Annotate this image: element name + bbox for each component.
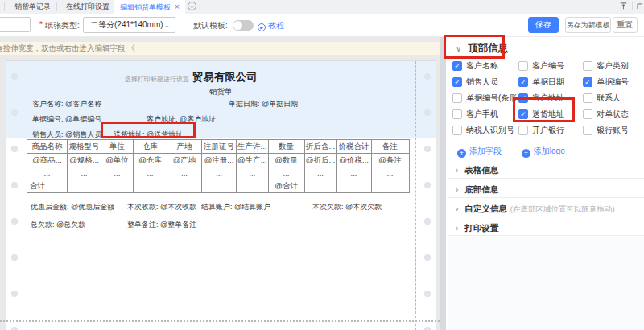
table-cell[interactable]: ... xyxy=(336,167,371,179)
table-cell[interactable]: ... xyxy=(167,167,202,179)
table-cell[interactable]: ... xyxy=(268,167,304,179)
footer-field[interactable]: 本次欠款: @本次欠款 xyxy=(312,202,382,212)
footer-field[interactable]: 结算账户: @结算账户 xyxy=(201,202,270,212)
paper-preview[interactable]: 选择打印标题进行设置 贸易有限公司 销货单 客户名称: @客户名称 单据日期: … xyxy=(6,61,436,330)
table-cell[interactable]: 折后含... xyxy=(304,140,336,154)
checkbox-客户类别[interactable]: 客户类别 xyxy=(583,58,644,74)
table-cell[interactable]: ... xyxy=(27,167,68,179)
checkbox-checked-icon[interactable]: ✓ xyxy=(452,61,462,71)
table-cell[interactable]: 生产许... xyxy=(237,140,269,154)
checkbox-客户名称[interactable]: ✓客户名称 xyxy=(452,58,518,74)
partial-icon[interactable] xyxy=(637,2,642,10)
table-cell[interactable] xyxy=(371,179,409,193)
save-as-new-template-button[interactable]: 另存为新模板 xyxy=(565,17,611,33)
tutorial-link[interactable]: ▶教程 xyxy=(258,20,284,31)
checkbox-纳税人识别号[interactable]: 纳税人识别号 xyxy=(452,122,518,138)
field-bill-no[interactable]: 单据编号: @单据编号 xyxy=(32,114,101,125)
scrollbar[interactable] xyxy=(440,37,446,330)
collapse-up-icon[interactable] xyxy=(619,2,628,10)
default-template-toggle[interactable] xyxy=(233,20,254,31)
table-cell[interactable]: @注册... xyxy=(202,154,237,167)
footer-field[interactable]: 整单备注: @整单备注 xyxy=(127,220,196,230)
checkbox-单据编号(条形...[interactable]: 单据编号(条形... xyxy=(452,90,518,106)
checkbox-unchecked-icon[interactable] xyxy=(452,126,462,135)
table-cell[interactable]: 注册证号 xyxy=(202,140,237,154)
goods-table[interactable]: 商品名称规格型号单位仓库产地注册证号生产许...数量折后含...价税合计备注@商… xyxy=(27,139,410,193)
table-cell[interactable] xyxy=(101,179,134,193)
table-cell[interactable] xyxy=(134,179,167,193)
table-cell[interactable]: @单位 xyxy=(101,154,134,167)
reset-button[interactable]: 重置 xyxy=(613,17,638,33)
table-cell[interactable]: @折后... xyxy=(304,154,336,167)
template-name-input[interactable] xyxy=(0,17,31,32)
tab-online-print-settings[interactable]: 在线打印设置 xyxy=(66,0,109,14)
table-cell[interactable]: 仓库 xyxy=(134,140,167,154)
table-cell[interactable]: 合计 xyxy=(27,179,68,193)
field-bill-date[interactable]: 单据日期: @单据日期 xyxy=(229,99,298,109)
checkbox-销售人员[interactable]: ✓销售人员 xyxy=(452,74,518,90)
table-cell[interactable]: 产地 xyxy=(167,140,202,154)
table-cell[interactable]: ... xyxy=(202,167,237,179)
title-select-hint[interactable]: 选择打印标题进行设置 xyxy=(125,75,189,84)
table-cell[interactable]: @规格... xyxy=(68,154,101,167)
save-button[interactable]: 保存 xyxy=(528,17,559,33)
checkbox-unchecked-icon[interactable] xyxy=(452,93,462,103)
close-tab-icon[interactable]: × xyxy=(175,2,180,11)
table-cell[interactable]: @生产... xyxy=(237,154,269,167)
checkbox-银行账号[interactable]: 银行账号 xyxy=(583,122,644,138)
table-cell[interactable]: @价税... xyxy=(336,154,371,167)
table-cell[interactable]: @数量 xyxy=(268,154,304,167)
checkbox-checked-icon[interactable]: ✓ xyxy=(583,77,592,87)
table-cell[interactable]: @仓库 xyxy=(134,154,167,167)
table-cell[interactable]: ... xyxy=(304,167,336,179)
checkbox-unchecked-icon[interactable] xyxy=(452,109,462,119)
checkbox-单据编号[interactable]: ✓单据编号 xyxy=(583,74,644,90)
section-打印设置[interactable]: ›打印设置 xyxy=(448,217,644,236)
footer-field[interactable]: 优惠后金额: @优惠后金额 xyxy=(31,202,114,212)
section-自定义信息[interactable]: ›自定义信息(在底部区域位置可以随意拖动) xyxy=(448,197,644,217)
section-底部信息[interactable]: ›底部信息 xyxy=(448,178,644,197)
table-cell[interactable]: 单位 xyxy=(101,140,134,154)
paper-type-select[interactable]: 二等分(241*140mm)⌄ xyxy=(83,17,175,33)
checkbox-开户银行[interactable]: 开户银行 xyxy=(518,122,583,138)
table-cell[interactable] xyxy=(237,179,269,193)
checkbox-unchecked-icon[interactable] xyxy=(583,126,592,135)
checkbox-单据日期[interactable]: ✓单据日期 xyxy=(518,74,583,90)
table-cell[interactable] xyxy=(304,179,336,193)
checkbox-checked-icon[interactable]: ✓ xyxy=(518,77,528,87)
add-logo-link[interactable]: +添加logo xyxy=(522,146,565,155)
checkbox-checked-icon[interactable]: ✓ xyxy=(452,77,462,87)
checkbox-客户手机[interactable]: 客户手机 xyxy=(452,106,518,122)
table-cell[interactable]: 商品名称 xyxy=(27,140,68,154)
add-field-link[interactable]: +添加字段 xyxy=(457,146,502,155)
table-cell[interactable]: @产地 xyxy=(167,154,202,167)
checkbox-unchecked-icon[interactable] xyxy=(583,109,592,119)
section-表格信息[interactable]: ›表格信息 xyxy=(448,159,644,178)
tab-list-dropdown-icon[interactable]: ⌄ xyxy=(188,2,196,10)
table-cell[interactable]: ... xyxy=(237,167,269,179)
field-customer-name[interactable]: 客户名称: @客户名称 xyxy=(32,99,101,109)
table-cell[interactable] xyxy=(336,179,371,193)
table-cell[interactable]: 数量 xyxy=(268,140,304,154)
checkbox-unchecked-icon[interactable] xyxy=(583,61,592,71)
table-cell[interactable]: @商品... xyxy=(27,154,68,167)
footer-field[interactable]: 本次收款: @本次收款 xyxy=(127,202,196,212)
table-cell[interactable]: ... xyxy=(371,167,409,179)
table-cell[interactable]: 价税合计 xyxy=(336,140,371,154)
checkbox-unchecked-icon[interactable] xyxy=(518,61,528,71)
checkbox-unchecked-icon[interactable] xyxy=(518,126,528,135)
table-cell[interactable]: 规格型号 xyxy=(68,140,101,154)
table-cell[interactable]: @合计 xyxy=(268,179,304,193)
table-cell[interactable]: ... xyxy=(101,167,134,179)
table-cell[interactable] xyxy=(167,179,202,193)
table-cell[interactable] xyxy=(202,179,237,193)
tab-sales-records[interactable]: 销货单记录 xyxy=(14,0,51,14)
table-cell[interactable]: @备注 xyxy=(371,154,409,167)
checkbox-unchecked-icon[interactable] xyxy=(583,93,592,103)
table-cell[interactable]: ... xyxy=(68,167,101,179)
company-title[interactable]: 贸易有限公司 xyxy=(192,70,258,85)
table-cell[interactable] xyxy=(68,179,101,193)
checkbox-联系人[interactable]: 联系人 xyxy=(583,90,644,106)
tab-edit-template[interactable]: 编辑销货单模板× xyxy=(114,0,185,14)
checkbox-对单状态[interactable]: 对单状态 xyxy=(583,106,644,122)
